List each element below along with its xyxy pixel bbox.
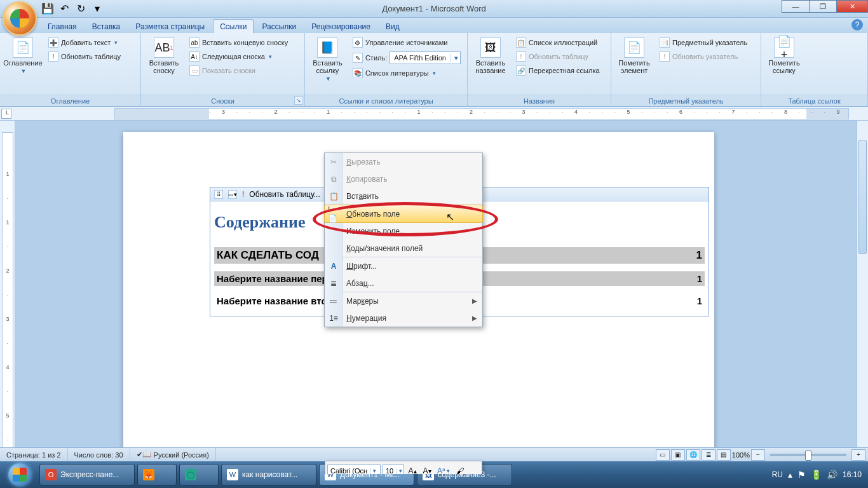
print-layout-view-icon[interactable]: ▭ — [656, 449, 670, 461]
tab-page-layout[interactable]: Разметка страницы — [128, 19, 212, 33]
zoom-slider[interactable] — [770, 454, 846, 456]
insert-caption-button[interactable]: 🖼 Вставить название — [471, 35, 510, 95]
tray-flag-icon[interactable]: ⚑ — [797, 470, 806, 480]
bibliography-button[interactable]: 📚Список литературы▾ — [350, 67, 463, 79]
toc-handle-icon[interactable]: ⠿ — [214, 190, 223, 199]
footnotes-dialog-launcher[interactable]: ↘ — [294, 96, 303, 105]
grow-font-icon[interactable]: A▴ — [406, 464, 419, 474]
taskbar-item[interactable]: Wкак нарисоват... — [221, 464, 316, 485]
tray-battery-icon[interactable]: 🔋 — [811, 470, 822, 480]
ctx-edit-field[interactable]: Изменить поле... — [325, 222, 482, 240]
group-citations: 📘 Вставить ссылку▼ ⚙Управление источника… — [305, 33, 468, 106]
ctx-toggle-field-codes[interactable]: Коды/значения полей — [325, 240, 482, 257]
vertical-scrollbar[interactable] — [857, 121, 868, 474]
zoom-in-button[interactable]: + — [851, 449, 865, 461]
tab-review[interactable]: Рецензирование — [304, 19, 377, 33]
ctx-numbering[interactable]: 1≡Нумерация▶ — [325, 309, 482, 327]
add-text-button[interactable]: ➕Добавить текст▾ — [46, 36, 123, 49]
style-row: ✎Стиль: APA Fifth Edition▾ — [350, 50, 463, 65]
update-index-button[interactable]: !Обновить указатель — [657, 50, 750, 63]
group-captions: 🖼 Вставить название 📋Список иллюстраций … — [468, 33, 611, 106]
mini-toolbar: Calibri (Осн▾ 10▾ A▴ A▾ Aᵃ▾ 🖌 Ж К ≡ ab▾ … — [325, 461, 482, 474]
toc-button[interactable]: 📄 Оглавление▼ — [4, 35, 42, 95]
tab-mailings[interactable]: Рассылки — [255, 19, 303, 33]
group-footnotes: AB1 Вставить сноску abВставить концевую … — [141, 33, 305, 106]
table-of-figures-button[interactable]: 📋Список иллюстраций — [513, 36, 602, 49]
insert-endnote-button[interactable]: abВставить концевую сноску — [187, 36, 290, 49]
cross-reference-button[interactable]: 🔗Перекрестная ссылка — [513, 64, 602, 77]
close-button[interactable]: ✕ — [836, 0, 868, 13]
vertical-ruler[interactable]: 1·1·2·3·4·5·6·7·8 — [0, 121, 15, 474]
manage-icon: ⚙ — [353, 37, 363, 48]
insert-footnote-button[interactable]: AB1 Вставить сноску — [145, 35, 183, 95]
tab-references[interactable]: Ссылки — [213, 19, 254, 33]
draft-view-icon[interactable]: ▤ — [717, 449, 731, 461]
ctx-paste[interactable]: 📋Вставить — [325, 187, 482, 205]
update-table-button[interactable]: !Обновить таблицу — [46, 50, 123, 63]
next-footnote-button[interactable]: A↓Следующая сноска▾ — [187, 50, 290, 63]
next-footnote-icon: A↓ — [189, 51, 200, 62]
shrink-font-icon[interactable]: A▾ — [421, 464, 433, 474]
font-icon: A — [328, 261, 339, 272]
change-styles-icon[interactable]: Aᵃ▾ — [435, 464, 452, 474]
numbering-icon: 1≡ — [328, 313, 339, 324]
tray-chevron-icon[interactable]: ▴ — [788, 470, 792, 480]
update-captions-button[interactable]: !Обновить таблицу — [513, 50, 602, 63]
manage-sources-button[interactable]: ⚙Управление источниками — [350, 36, 463, 49]
status-language[interactable]: ✔📖Русский (Россия) — [130, 448, 216, 461]
ctx-cut[interactable]: ✂Вырезать — [325, 153, 482, 170]
full-screen-view-icon[interactable]: ▣ — [671, 449, 685, 461]
tray-lang[interactable]: RU — [772, 470, 783, 479]
minimize-button[interactable]: — — [782, 0, 810, 13]
update-icon: ! — [660, 51, 670, 62]
spellcheck-icon: ✔📖 — [137, 451, 151, 459]
figlist-icon: 📋 — [516, 37, 526, 48]
font-family-combo[interactable]: Calibri (Осн▾ — [327, 464, 381, 474]
maximize-button[interactable]: ❐ — [809, 0, 837, 13]
tab-home[interactable]: Главная — [41, 19, 84, 33]
mark-entry-button[interactable]: 📄 Пометить элемент — [615, 35, 653, 95]
tab-insert[interactable]: Вставка — [85, 19, 128, 33]
group-label: Предметный указатель — [611, 95, 761, 106]
taskbar-item[interactable]: OЭкспресс-пане... — [39, 464, 135, 485]
help-icon[interactable]: ? — [851, 19, 863, 30]
show-icon: ▭ — [189, 65, 200, 76]
ctx-bullets[interactable]: ≔Маркеры▶ — [325, 292, 482, 309]
label: Вставить сноску — [147, 59, 181, 74]
tab-view[interactable]: Вид — [379, 19, 407, 33]
citation-style-combo[interactable]: APA Fifth Edition▾ — [390, 51, 461, 64]
context-menu: ✂Вырезать ⧉Копировать 📋Вставить !📄Обнови… — [324, 152, 483, 327]
add-text-icon: ➕ — [48, 37, 58, 48]
format-painter-icon[interactable]: 🖌 — [454, 464, 466, 474]
horizontal-ruler[interactable]: · 3 · · · 2 · · · 1 · · · · · · 1 · · · … — [114, 108, 849, 119]
ctx-paragraph[interactable]: ≣Абзац... — [325, 274, 482, 292]
tab-selector[interactable]: └ — [1, 109, 11, 119]
insert-citation-button[interactable]: 📘 Вставить ссылку▼ — [309, 35, 346, 95]
zoom-level[interactable]: 100% — [732, 451, 750, 459]
bullets-icon: ≔ — [328, 295, 339, 307]
outline-view-icon[interactable]: ≣ — [702, 449, 715, 461]
toc-update-link[interactable]: Обновить таблицу... — [249, 190, 320, 199]
office-button[interactable] — [3, 1, 37, 36]
start-button[interactable] — [3, 463, 37, 487]
font-size-combo[interactable]: 10▾ — [383, 464, 404, 474]
ctx-copy[interactable]: ⧉Копировать — [325, 170, 482, 187]
cut-icon: ✂ — [328, 156, 339, 168]
toc-label: Оглавление — [3, 59, 42, 67]
insert-index-button[interactable]: 📑Предметный указатель — [657, 36, 750, 49]
status-page[interactable]: Страница: 1 из 2 — [0, 448, 68, 461]
zoom-out-button[interactable]: − — [751, 449, 765, 461]
ctx-update-field[interactable]: !📄Обновить поле — [324, 205, 483, 223]
taskbar-item[interactable]: ◯ — [179, 464, 219, 485]
toc-menu-icon[interactable]: ▭▾ — [228, 190, 237, 199]
show-footnotes-button[interactable]: ▭Показать сноски — [187, 64, 290, 77]
tray-clock[interactable]: 16:10 — [843, 470, 862, 479]
status-word-count[interactable]: Число слов: 30 — [68, 448, 130, 461]
tray-volume-icon[interactable]: 🔊 — [827, 470, 837, 480]
mark-citation-icon: 📄+ — [774, 37, 794, 58]
label: Вставить название — [473, 59, 508, 74]
web-layout-view-icon[interactable]: 🌐 — [686, 449, 700, 461]
ctx-font[interactable]: AШрифт... — [325, 257, 482, 274]
taskbar-item[interactable]: 🦊 — [137, 464, 177, 485]
mark-citation-button[interactable]: 📄+ Пометить ссылку — [765, 35, 803, 95]
